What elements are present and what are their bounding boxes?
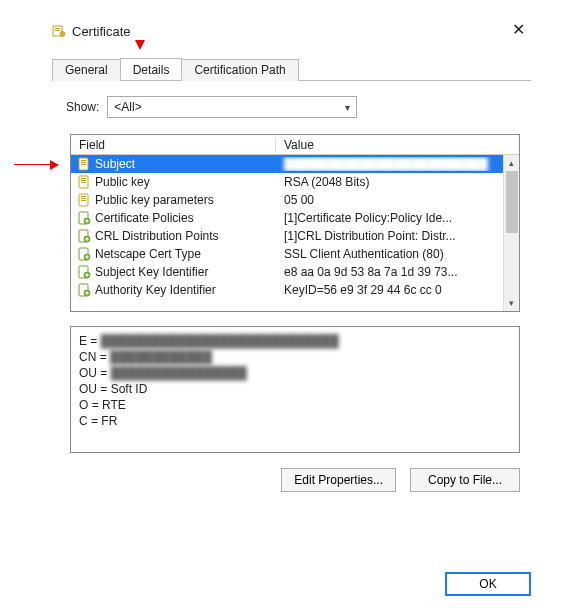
svg-rect-2: [55, 30, 60, 31]
detail-line: OU = ████████████████: [79, 365, 511, 381]
ok-button[interactable]: OK: [445, 572, 531, 596]
svg-rect-15: [81, 200, 86, 201]
row-field: Subject Key Identifier: [95, 265, 276, 279]
detail-value: Soft ID: [111, 382, 148, 396]
table-row[interactable]: Subject████████████████████████: [71, 155, 519, 173]
dialog-title: Certificate: [72, 24, 131, 39]
detail-key: O =: [79, 398, 102, 412]
field-extension-icon: [77, 211, 91, 225]
row-field: Public key: [95, 175, 276, 189]
row-value: e8 aa 0a 9d 53 8a 7a 1d 39 73...: [276, 265, 519, 279]
title-bar: Certificate ✕: [52, 20, 531, 42]
table-row[interactable]: Netscape Cert TypeSSL Client Authenticat…: [71, 245, 519, 263]
row-value: SSL Client Authentication (80): [276, 247, 519, 261]
tab-general[interactable]: General: [52, 59, 121, 81]
tab-certpath-label: Certification Path: [194, 63, 285, 77]
svg-rect-14: [81, 198, 86, 199]
field-extension-icon: [77, 247, 91, 261]
field-doc-icon: [77, 175, 91, 189]
subject-detail-box[interactable]: E = ████████████████████████████CN = ███…: [70, 326, 520, 453]
detail-line: E = ████████████████████████████: [79, 333, 511, 349]
detail-key: OU =: [79, 382, 111, 396]
scroll-up-icon[interactable]: ▴: [504, 155, 519, 171]
certificate-dialog: Certificate ✕ General Details Certificat…: [0, 0, 561, 612]
row-value: RSA (2048 Bits): [276, 175, 519, 189]
field-doc-icon: [77, 157, 91, 171]
table-row[interactable]: Public keyRSA (2048 Bits): [71, 173, 519, 191]
svg-rect-10: [81, 180, 86, 181]
edit-properties-button[interactable]: Edit Properties...: [281, 468, 396, 492]
detail-key: C =: [79, 414, 101, 428]
header-field[interactable]: Field: [71, 138, 276, 152]
svg-rect-1: [55, 28, 60, 29]
field-doc-icon: [77, 193, 91, 207]
scroll-thumb[interactable]: [506, 171, 518, 233]
chevron-down-icon: ▾: [345, 102, 350, 113]
detail-value: ████████████: [110, 349, 212, 365]
detail-key: OU =: [79, 366, 111, 380]
table-row[interactable]: CRL Distribution Points[1]CRL Distributi…: [71, 227, 519, 245]
svg-rect-6: [81, 162, 86, 163]
row-field: CRL Distribution Points: [95, 229, 276, 243]
row-value: [1]CRL Distribution Point: Distr...: [276, 229, 519, 243]
list-header: Field Value: [71, 135, 519, 155]
detail-key: E =: [79, 334, 101, 348]
row-field: Netscape Cert Type: [95, 247, 276, 261]
show-dropdown[interactable]: <All> ▾: [107, 96, 357, 118]
show-selected: <All>: [114, 100, 141, 114]
field-extension-icon: [77, 283, 91, 297]
row-value: 05 00: [276, 193, 519, 207]
list-rows: Subject████████████████████████Public ke…: [71, 155, 519, 311]
detail-key: CN =: [79, 350, 110, 364]
detail-value: FR: [101, 414, 117, 428]
show-label: Show:: [66, 100, 99, 114]
ok-row: OK: [445, 572, 531, 596]
row-value: [1]Certificate Policy:Policy Ide...: [276, 211, 519, 225]
scroll-down-icon[interactable]: ▾: [504, 295, 519, 311]
header-value[interactable]: Value: [276, 138, 519, 152]
row-field: Subject: [95, 157, 276, 171]
field-extension-icon: [77, 265, 91, 279]
tab-general-label: General: [65, 63, 108, 77]
close-button[interactable]: ✕: [506, 20, 531, 40]
annotation-arrow-right: [14, 160, 60, 170]
svg-rect-11: [81, 182, 86, 183]
svg-rect-7: [81, 164, 86, 165]
tab-certpath[interactable]: Certification Path: [181, 59, 298, 81]
tab-details-label: Details: [133, 63, 170, 77]
table-row[interactable]: Authority Key IdentifierKeyID=56 e9 3f 2…: [71, 281, 519, 299]
detail-line: CN = ████████████: [79, 349, 511, 365]
copy-to-file-button[interactable]: Copy to File...: [410, 468, 520, 492]
tab-strip: General Details Certification Path: [52, 58, 531, 81]
detail-value: ████████████████: [111, 365, 247, 381]
detail-line: OU = Soft ID: [79, 381, 511, 397]
table-row[interactable]: Certificate Policies[1]Certificate Polic…: [71, 209, 519, 227]
tab-details[interactable]: Details: [120, 58, 183, 80]
certificate-icon: [52, 24, 66, 38]
row-value: ████████████████████████: [276, 157, 519, 171]
row-value: KeyID=56 e9 3f 29 44 6c cc 0: [276, 283, 519, 297]
button-row: Edit Properties... Copy to File...: [70, 468, 520, 492]
show-row: Show: <All> ▾: [66, 96, 357, 118]
detail-line: O = RTE: [79, 397, 511, 413]
row-field: Authority Key Identifier: [95, 283, 276, 297]
svg-rect-13: [81, 196, 86, 197]
detail-value: RTE: [102, 398, 126, 412]
svg-rect-5: [81, 160, 86, 161]
field-value-list[interactable]: Field Value Subject█████████████████████…: [70, 134, 520, 312]
table-row[interactable]: Subject Key Identifiere8 aa 0a 9d 53 8a …: [71, 263, 519, 281]
svg-point-3: [60, 32, 65, 37]
row-field: Certificate Policies: [95, 211, 276, 225]
table-row[interactable]: Public key parameters05 00: [71, 191, 519, 209]
detail-value: ████████████████████████████: [101, 333, 339, 349]
detail-line: C = FR: [79, 413, 511, 429]
list-scrollbar[interactable]: ▴ ▾: [503, 155, 519, 311]
svg-rect-9: [81, 178, 86, 179]
row-field: Public key parameters: [95, 193, 276, 207]
field-extension-icon: [77, 229, 91, 243]
